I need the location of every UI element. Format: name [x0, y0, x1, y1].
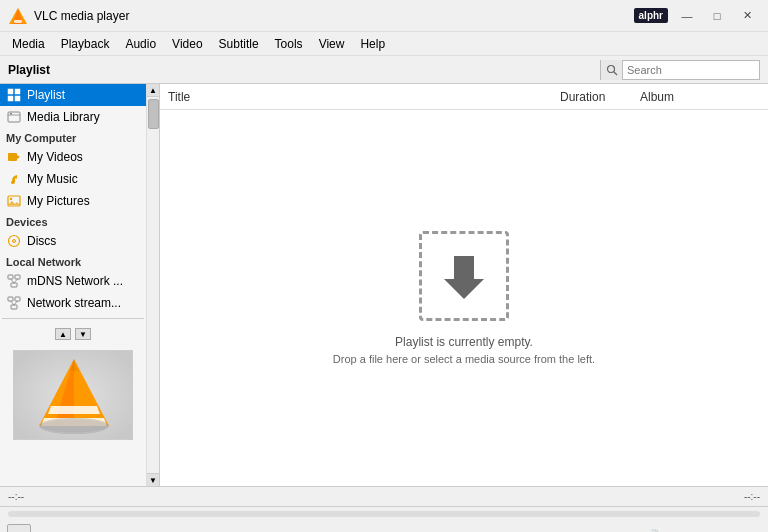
minimize-button[interactable]: — [674, 6, 700, 26]
sidebar: Playlist Media Library My Computer [0, 84, 160, 486]
sidebar-item-network-stream[interactable]: Network stream... [0, 292, 146, 314]
sidebar-section-local-network: Local Network [0, 252, 146, 270]
svg-rect-7 [8, 96, 13, 101]
my-videos-icon [6, 149, 22, 165]
menu-view[interactable]: View [311, 35, 353, 53]
svg-rect-8 [15, 96, 20, 101]
sidebar-scrollbar[interactable]: ▲ ▼ [146, 84, 159, 486]
svg-line-29 [14, 301, 18, 305]
svg-point-3 [607, 65, 614, 72]
empty-sub-text: Drop a file here or select a media sourc… [333, 353, 595, 365]
close-button[interactable]: ✕ [734, 6, 760, 26]
svg-rect-26 [15, 297, 20, 301]
alphr-badge: alphr [634, 8, 668, 23]
search-icon [606, 64, 618, 76]
sidebar-label-network-stream: Network stream... [27, 296, 121, 310]
status-time-left: --:-- [8, 491, 744, 502]
vlc-icon [8, 6, 28, 26]
svg-marker-13 [17, 155, 20, 159]
controls-row: ⏮ ■ ⏭ ◀◀ ▶▶ ☰ ⊞ ⊟ [0, 519, 768, 532]
player-controls: ⏮ ■ ⏭ ◀◀ ▶▶ ☰ ⊞ ⊟ [0, 506, 768, 532]
frame-button[interactable]: ⊟ [603, 524, 627, 533]
playlist-toolbar: Playlist [0, 56, 768, 84]
stop-button[interactable]: ■ [59, 524, 83, 533]
svg-line-28 [11, 301, 15, 305]
menu-media[interactable]: Media [4, 35, 53, 53]
discs-icon [6, 233, 22, 249]
col-duration: Duration [560, 90, 640, 104]
search-input[interactable] [623, 64, 753, 76]
window-title: VLC media player [34, 9, 634, 23]
sidebar-item-my-videos[interactable]: My Videos [0, 146, 146, 168]
sidebar-item-discs[interactable]: Discs [0, 230, 146, 252]
svg-rect-21 [15, 275, 20, 279]
svg-rect-25 [8, 297, 13, 301]
menu-audio[interactable]: Audio [117, 35, 164, 53]
status-time-right: --:-- [744, 491, 760, 502]
svg-line-23 [11, 279, 15, 283]
search-icon-box[interactable] [601, 60, 623, 80]
volume-area: 🔊 100% [640, 524, 762, 533]
next-button[interactable]: ⏭ [85, 524, 109, 533]
menu-bar: Media Playback Audio Video Subtitle Tool… [0, 32, 768, 56]
media-library-icon [6, 109, 22, 125]
sidebar-section-my-computer: My Computer [0, 128, 146, 146]
sidebar-scroll-up[interactable]: ▲ [55, 328, 71, 340]
title-bar: VLC media player alphr — □ ✕ [0, 0, 768, 32]
network-stream-icon [6, 295, 22, 311]
main-layout: Playlist Media Library My Computer [0, 84, 768, 486]
sidebar-item-my-music[interactable]: My Music [0, 168, 146, 190]
menu-help[interactable]: Help [352, 35, 393, 53]
back-button[interactable]: ◀◀ [111, 524, 135, 533]
menu-playback[interactable]: Playback [53, 35, 118, 53]
svg-line-4 [613, 71, 617, 75]
sidebar-section-devices: Devices [0, 212, 146, 230]
search-box[interactable] [600, 60, 760, 80]
sidebar-item-playlist[interactable]: Playlist [0, 84, 146, 106]
svg-rect-2 [14, 20, 22, 23]
maximize-button[interactable]: □ [704, 6, 730, 26]
window-controls: — □ ✕ [674, 6, 760, 26]
sidebar-label-my-music: My Music [27, 172, 78, 186]
menu-subtitle[interactable]: Subtitle [211, 35, 267, 53]
menu-tools[interactable]: Tools [267, 35, 311, 53]
svg-rect-9 [8, 112, 20, 122]
col-title: Title [168, 90, 560, 104]
sidebar-label-discs: Discs [27, 234, 56, 248]
status-bar: --:-- --:-- [0, 486, 768, 506]
svg-rect-6 [15, 89, 20, 94]
sidebar-label-playlist: Playlist [27, 88, 65, 102]
vlc-thumbnail [13, 350, 133, 440]
my-music-icon [6, 171, 22, 187]
prev-button[interactable]: ⏮ [33, 524, 57, 533]
svg-rect-5 [8, 89, 13, 94]
sidebar-scroll-down-btn[interactable]: ▼ [147, 473, 159, 486]
svg-marker-38 [444, 256, 484, 299]
play-button[interactable] [7, 524, 31, 533]
sidebar-label-media-library: Media Library [27, 110, 100, 124]
sidebar-label-my-pictures: My Pictures [27, 194, 90, 208]
drop-zone-icon[interactable] [419, 231, 509, 321]
svg-rect-20 [8, 275, 13, 279]
progress-bar[interactable] [8, 511, 760, 517]
sidebar-label-my-videos: My Videos [27, 150, 83, 164]
playlist-toggle-button[interactable]: ☰ [551, 524, 575, 533]
sidebar-scroll-up-btn[interactable]: ▲ [147, 84, 159, 97]
sidebar-item-my-pictures[interactable]: My Pictures [0, 190, 146, 212]
volume-icon-button[interactable]: 🔊 [641, 524, 665, 533]
sidebar-scroll-thumb[interactable] [148, 99, 159, 129]
svg-point-19 [14, 241, 15, 242]
column-headers: Title Duration Album [160, 84, 768, 110]
sidebar-item-mdns[interactable]: mDNS Network ... [0, 270, 146, 292]
svg-rect-22 [11, 283, 17, 287]
playlist-label: Playlist [8, 63, 600, 77]
sidebar-scroll-down[interactable]: ▼ [75, 328, 91, 340]
sidebar-item-media-library[interactable]: Media Library [0, 106, 146, 128]
svg-rect-27 [11, 305, 17, 309]
menu-video[interactable]: Video [164, 35, 210, 53]
extended-settings-button[interactable]: ⊞ [577, 524, 601, 533]
col-album: Album [640, 90, 760, 104]
fwd-button[interactable]: ▶▶ [137, 524, 161, 533]
empty-playlist-area: Playlist is currently empty. Drop a file… [160, 110, 768, 486]
sidebar-label-mdns: mDNS Network ... [27, 274, 123, 288]
